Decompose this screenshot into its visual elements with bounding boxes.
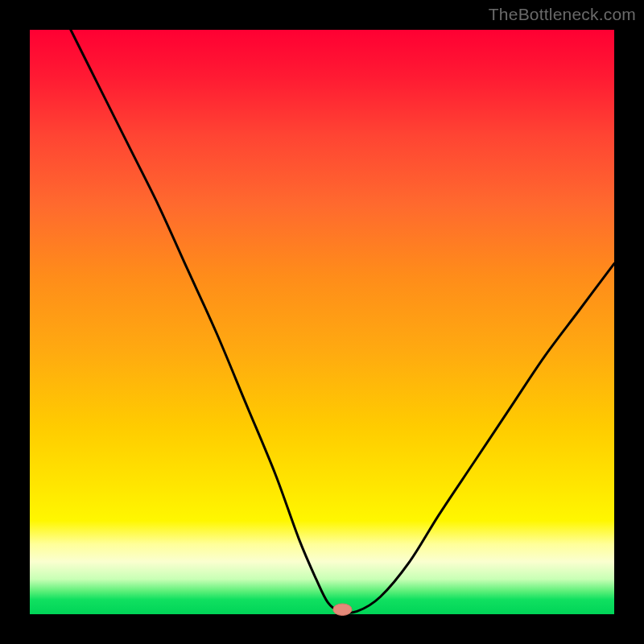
bottleneck-curve: [30, 30, 614, 614]
chart-frame: TheBottleneck.com: [0, 0, 644, 644]
plot-area: [30, 30, 614, 614]
watermark-text: TheBottleneck.com: [489, 5, 636, 24]
minimum-marker: [333, 604, 352, 616]
